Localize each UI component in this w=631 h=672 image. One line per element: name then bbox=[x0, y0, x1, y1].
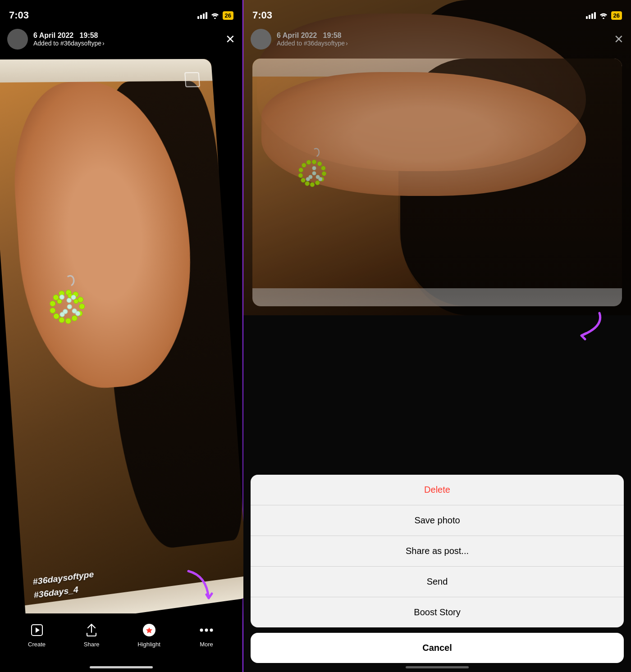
toolbar-more[interactable]: More bbox=[198, 622, 215, 648]
create-icon bbox=[29, 622, 45, 638]
boost-story-button[interactable]: Boost Story bbox=[251, 597, 624, 627]
wifi-icon bbox=[210, 12, 220, 19]
share-as-post-button[interactable]: Share as post... bbox=[251, 536, 624, 566]
highlight-icon bbox=[141, 622, 157, 638]
svg-point-37 bbox=[310, 182, 315, 187]
more-label: More bbox=[200, 641, 213, 648]
left-panel: 7:03 26 6 April 2022 19:58 bbox=[0, 0, 243, 672]
svg-point-34 bbox=[322, 171, 326, 176]
svg-point-14 bbox=[67, 304, 72, 309]
svg-point-10 bbox=[50, 308, 55, 313]
sheet-cancel: Cancel bbox=[251, 633, 624, 663]
svg-point-32 bbox=[317, 161, 322, 166]
toolbar-highlight[interactable]: Highlight bbox=[137, 622, 160, 648]
svg-point-31 bbox=[312, 159, 316, 164]
bottom-toolbar: Create Share Highlight bbox=[0, 613, 242, 663]
svg-point-47 bbox=[306, 177, 310, 181]
svg-point-29 bbox=[205, 628, 208, 631]
story-card: #36daysoftype #36days_4 bbox=[9, 59, 233, 613]
hashtag-text: Added to #36daysoftype bbox=[33, 40, 101, 47]
svg-point-22 bbox=[73, 299, 78, 304]
right-hashtag-text: Added to #36daysoftype bbox=[277, 40, 345, 47]
right-hashtag-link[interactable]: Added to #36daysoftype › bbox=[277, 40, 348, 47]
svg-point-43 bbox=[306, 160, 311, 164]
toolbar-share[interactable]: Share bbox=[83, 622, 100, 648]
right-fold-bottom bbox=[252, 288, 622, 306]
story-card-inner: #36daysoftype #36days_4 bbox=[0, 59, 249, 629]
right-arrow bbox=[554, 309, 608, 346]
bottom-sheet: Delete Save photo Share as post... Send … bbox=[251, 475, 624, 663]
svg-point-23 bbox=[59, 295, 64, 300]
svg-point-17 bbox=[59, 312, 64, 317]
right-time-label: 19:58 bbox=[323, 32, 342, 39]
svg-point-42 bbox=[302, 163, 306, 168]
right-battery-icon: 26 bbox=[611, 11, 622, 20]
right-header-left: 6 April 2022 19:58 Added to #36daysoftyp… bbox=[251, 29, 348, 50]
share-icon bbox=[83, 622, 100, 638]
svg-point-0 bbox=[214, 18, 216, 19]
right-status-icons: 26 bbox=[586, 11, 622, 20]
save-photo-button[interactable]: Save photo bbox=[251, 505, 624, 536]
svg-point-41 bbox=[299, 168, 303, 172]
svg-point-24 bbox=[57, 299, 62, 304]
svg-point-39 bbox=[301, 178, 306, 182]
svg-point-15 bbox=[67, 298, 72, 303]
svg-point-36 bbox=[315, 181, 320, 185]
story-date-time: 6 April 2022 19:58 bbox=[33, 32, 105, 40]
right-story-card-inner bbox=[252, 59, 622, 306]
create-label: Create bbox=[28, 641, 46, 648]
earring-on-person bbox=[37, 271, 101, 333]
svg-point-40 bbox=[298, 173, 303, 177]
svg-point-6 bbox=[71, 315, 77, 321]
sheet-main: Delete Save photo Share as post... Send … bbox=[251, 475, 624, 627]
chevron-icon: › bbox=[102, 40, 105, 47]
svg-point-45 bbox=[312, 166, 316, 170]
signal-icon bbox=[197, 12, 207, 19]
svg-point-9 bbox=[53, 313, 59, 319]
right-date-time: 6 April 2022 19:58 bbox=[277, 32, 348, 40]
svg-point-33 bbox=[321, 166, 325, 170]
svg-marker-26 bbox=[36, 627, 40, 633]
delete-button[interactable]: Delete bbox=[251, 475, 624, 505]
story-header-left: 6 April 2022 19:58 Added to #36daysoftyp… bbox=[7, 29, 105, 50]
left-status-bar: 7:03 26 bbox=[0, 0, 242, 24]
send-button[interactable]: Send bbox=[251, 566, 624, 597]
right-status-bar: 7:03 26 bbox=[243, 0, 631, 24]
story-date: 6 April 2022 bbox=[33, 32, 73, 39]
svg-point-4 bbox=[79, 304, 85, 309]
svg-point-49 bbox=[319, 177, 322, 181]
close-button[interactable]: ✕ bbox=[225, 33, 235, 45]
right-earring bbox=[289, 145, 339, 204]
right-date: 6 April 2022 bbox=[277, 32, 317, 39]
svg-point-19 bbox=[75, 311, 80, 316]
svg-point-7 bbox=[65, 318, 71, 324]
right-chevron-icon: › bbox=[346, 40, 348, 47]
right-story-meta: 6 April 2022 19:58 Added to #36daysoftyp… bbox=[277, 32, 348, 47]
left-status-icons: 26 bbox=[197, 11, 233, 20]
right-story-card bbox=[252, 59, 622, 306]
right-panel: 7:03 26 6 April 2022 19:58 bbox=[243, 0, 631, 672]
battery-icon: 26 bbox=[223, 11, 233, 20]
left-home-indicator bbox=[90, 666, 153, 668]
svg-point-11 bbox=[50, 301, 55, 307]
polaroid-sticker bbox=[184, 72, 200, 87]
right-close-button[interactable]: ✕ bbox=[614, 33, 624, 45]
svg-point-38 bbox=[305, 181, 310, 186]
highlight-label: Highlight bbox=[137, 641, 160, 648]
avatar bbox=[7, 29, 28, 50]
more-icon bbox=[198, 622, 215, 638]
svg-point-30 bbox=[210, 628, 213, 631]
right-wifi-icon bbox=[599, 12, 608, 19]
story-meta: 6 April 2022 19:58 Added to #36daysoftyp… bbox=[33, 32, 105, 47]
svg-point-50 bbox=[603, 18, 604, 19]
svg-point-8 bbox=[59, 317, 64, 323]
story-time: 19:58 bbox=[80, 32, 98, 39]
story-hashtag-link[interactable]: Added to #36daysoftype › bbox=[33, 40, 105, 47]
share-label: Share bbox=[84, 641, 100, 648]
right-avatar bbox=[251, 29, 271, 50]
left-story-header: 6 April 2022 19:58 Added to #36daysoftyp… bbox=[0, 24, 242, 54]
svg-point-28 bbox=[200, 628, 203, 631]
toolbar-create[interactable]: Create bbox=[28, 622, 46, 648]
left-time: 7:03 bbox=[9, 9, 29, 21]
cancel-button[interactable]: Cancel bbox=[251, 633, 624, 663]
